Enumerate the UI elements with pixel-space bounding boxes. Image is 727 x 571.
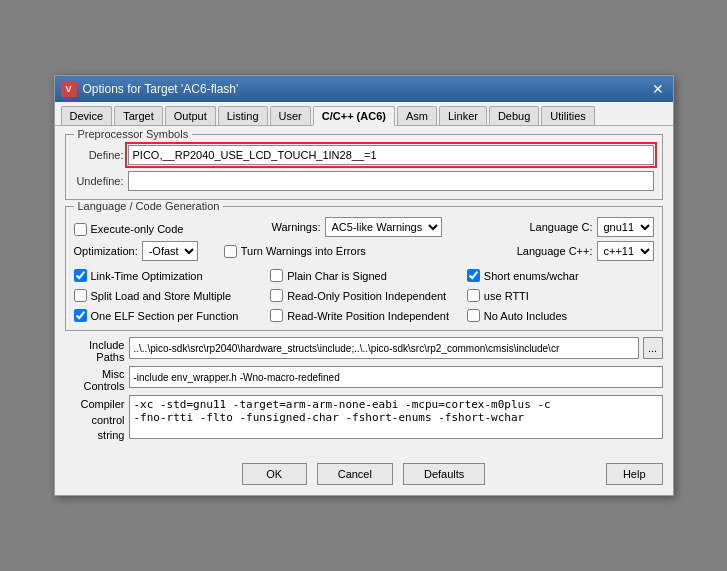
define-label: Define: (74, 149, 124, 161)
language-cpp-select[interactable]: c++11 (597, 241, 654, 261)
split-load-checkbox[interactable] (74, 289, 87, 302)
tab-cpp-ac6[interactable]: C/C++ (AC6) (313, 106, 395, 126)
close-button[interactable]: ✕ (649, 80, 667, 98)
optimization-select[interactable]: -Ofast (142, 241, 198, 261)
tab-bar: Device Target Output Listing User C/C++ … (55, 102, 673, 126)
use-rtti-checkbox[interactable] (467, 289, 480, 302)
language-title: Language / Code Generation (74, 200, 224, 212)
language-group: Language / Code Generation Execute-only … (65, 206, 663, 331)
include-paths-input[interactable] (129, 337, 639, 359)
use-rtti-row: use RTTI (467, 289, 654, 302)
language-cpp-label: Language C++: (517, 245, 593, 257)
link-time-row: Link-Time Optimization (74, 269, 261, 282)
tab-listing[interactable]: Listing (218, 106, 268, 125)
execute-only-checkbox[interactable] (74, 223, 87, 236)
undefine-label: Undefine: (74, 175, 124, 187)
use-rtti-label: use RTTI (484, 290, 529, 302)
split-load-row: Split Load and Store Multiple (74, 289, 261, 302)
readonly-pos-label: Read-Only Position Independent (287, 290, 446, 302)
no-auto-checkbox[interactable] (467, 309, 480, 322)
readwrite-pos-label: Read-Write Position Independent (287, 310, 449, 322)
tab-debug[interactable]: Debug (489, 106, 539, 125)
turn-warnings-checkbox[interactable] (224, 245, 237, 258)
readonly-pos-row: Read-Only Position Independent (270, 289, 457, 302)
title-bar: V Options for Target 'AC6-flash' ✕ (55, 76, 673, 102)
warnings-select[interactable]: AC5-like Warnings (325, 217, 442, 237)
compiler-control-label: Compilercontrolstring (65, 395, 125, 443)
include-paths-ellipsis[interactable]: ... (643, 337, 663, 359)
split-load-label: Split Load and Store Multiple (91, 290, 232, 302)
defaults-button[interactable]: Defaults (403, 463, 485, 485)
title-bar-left: V Options for Target 'AC6-flash' (61, 81, 239, 97)
tab-asm[interactable]: Asm (397, 106, 437, 125)
short-enums-checkbox[interactable] (467, 269, 480, 282)
cancel-button[interactable]: Cancel (317, 463, 393, 485)
no-auto-label: No Auto Includes (484, 310, 567, 322)
tab-output[interactable]: Output (165, 106, 216, 125)
link-time-label: Link-Time Optimization (91, 270, 203, 282)
compiler-control-textarea[interactable]: -xc -std=gnu11 -target=arm-arm-none-eabi… (129, 395, 663, 439)
tab-user[interactable]: User (270, 106, 311, 125)
short-enums-row: Short enums/wchar (467, 269, 654, 282)
app-icon: V (61, 81, 77, 97)
tab-target[interactable]: Target (114, 106, 163, 125)
misc-controls-input[interactable] (129, 366, 663, 388)
define-row: Define: (74, 145, 654, 165)
plain-char-label: Plain Char is Signed (287, 270, 387, 282)
undefine-row: Undefine: (74, 171, 654, 191)
tab-utilities[interactable]: Utilities (541, 106, 594, 125)
optimization-label: Optimization: (74, 245, 138, 257)
short-enums-label: Short enums/wchar (484, 270, 579, 282)
readwrite-pos-row: Read-Write Position Independent (270, 309, 457, 322)
bottom-buttons: OK Cancel Defaults (55, 455, 673, 495)
language-c-select[interactable]: gnu11 (597, 217, 654, 237)
misc-controls-row: MiscControls (65, 366, 663, 392)
preprocessor-group: Preprocessor Symbols Define: Undefine: (65, 134, 663, 200)
misc-controls-label: MiscControls (65, 366, 125, 392)
readwrite-pos-checkbox[interactable] (270, 309, 283, 322)
plain-char-checkbox[interactable] (270, 269, 283, 282)
undefine-input[interactable] (128, 171, 654, 191)
turn-warnings-label: Turn Warnings into Errors (241, 245, 366, 257)
define-input[interactable] (128, 145, 654, 165)
bottom-area: OK Cancel Defaults Help (55, 455, 673, 495)
include-paths-row: IncludePaths ... (65, 337, 663, 363)
main-window: V Options for Target 'AC6-flash' ✕ Devic… (54, 75, 674, 495)
one-elf-label: One ELF Section per Function (91, 310, 239, 322)
window-title: Options for Target 'AC6-flash' (83, 82, 239, 96)
execute-only-label: Execute-only Code (91, 223, 184, 235)
preprocessor-title: Preprocessor Symbols (74, 128, 193, 140)
compiler-control-row: Compilercontrolstring -xc -std=gnu11 -ta… (65, 395, 663, 443)
link-time-checkbox[interactable] (74, 269, 87, 282)
content-area: Preprocessor Symbols Define: Undefine: L… (55, 126, 673, 454)
one-elf-row: One ELF Section per Function (74, 309, 261, 322)
language-c-label: Language C: (530, 221, 593, 233)
readonly-pos-checkbox[interactable] (270, 289, 283, 302)
no-auto-row: No Auto Includes (467, 309, 654, 322)
include-paths-label: IncludePaths (65, 337, 125, 363)
execute-only-row: Execute-only Code (74, 223, 184, 236)
ok-button[interactable]: OK (242, 463, 307, 485)
warnings-label: Warnings: (271, 221, 320, 233)
help-button[interactable]: Help (606, 463, 663, 485)
tab-device[interactable]: Device (61, 106, 113, 125)
plain-char-row: Plain Char is Signed (270, 269, 457, 282)
tab-linker[interactable]: Linker (439, 106, 487, 125)
one-elf-checkbox[interactable] (74, 309, 87, 322)
